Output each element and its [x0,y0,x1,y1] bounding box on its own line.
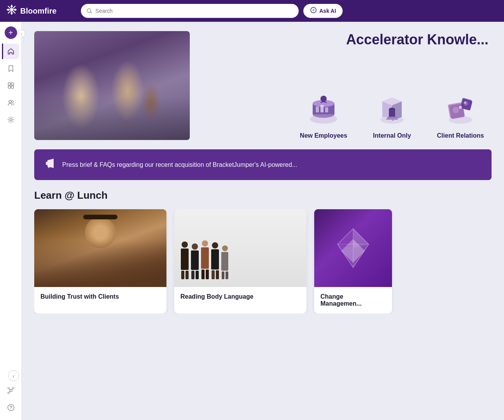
sidebar-item-people[interactable] [3,95,19,110]
card-thumb-2 [174,209,306,287]
search-icon [86,8,92,14]
logo-icon [6,4,17,18]
client-relations-label: Client Relations [437,132,484,140]
announcement-text: Press brief & FAQs regarding our recent … [62,161,297,168]
sidebar-item-integrations[interactable] [3,383,19,398]
svg-rect-5 [11,86,14,88]
hero-section: Accelerator Knowle... [22,22,504,149]
hero-title: Accelerator Knowle... [202,31,492,48]
svg-rect-25 [386,118,398,120]
sidebar-item-home[interactable] [2,44,19,59]
search-input[interactable] [95,8,293,14]
announcement-icon [44,157,56,172]
category-card-client-relations[interactable]: Client Relations [429,86,492,140]
card-body-2: Reading Body Language [174,287,306,306]
announcement-banner[interactable]: Press brief & FAQs regarding our recent … [34,149,492,180]
category-card-internal-only[interactable]: Internal Only [361,86,423,140]
logo-text: Bloomfire [20,7,56,16]
search-bar[interactable] [81,4,299,18]
card-reading-body-language[interactable]: Reading Body Language [174,209,306,313]
card-body-1: Building Trust with Clients [34,287,166,306]
add-button[interactable]: + [5,26,17,39]
cards-row: Building Trust with Clients [34,209,492,313]
hero-image [34,31,190,140]
learn-at-lunch-section: Learn @ Lunch Building Trust with Client… [22,189,504,326]
svg-point-34 [464,102,466,104]
card-thumb-3 [314,209,392,287]
internal-only-icon [371,86,413,129]
ask-ai-button[interactable]: Ask AI [303,4,343,18]
internal-only-label: Internal Only [373,132,411,140]
logo[interactable]: Bloomfire [6,4,76,18]
svg-rect-4 [8,86,10,88]
category-cards: New Employees [202,86,492,140]
sidebar-item-library[interactable] [3,78,19,93]
top-navigation: Bloomfire Ask AI [0,0,504,22]
card-title-3: Change Managemen... [320,293,386,307]
svg-rect-3 [11,83,14,85]
hero-content: Accelerator Knowle... [202,31,492,140]
svg-point-22 [320,96,327,102]
svg-point-7 [11,101,13,103]
card-body-3: Change Managemen... [314,287,392,313]
new-employees-icon [302,86,345,129]
card-change-management[interactable]: Change Managemen... [314,209,392,313]
svg-rect-24 [387,117,397,118]
ask-ai-label: Ask AI [319,8,336,14]
ai-icon [310,7,317,15]
category-card-new-employees[interactable]: New Employees [292,86,355,140]
card-title-2: Reading Body Language [180,293,300,300]
main-content: Accelerator Knowle... [22,22,504,420]
svg-point-12 [8,392,9,394]
sidebar: + › [0,22,22,420]
section-title: Learn @ Lunch [34,189,492,201]
svg-point-33 [459,106,462,109]
sidebar-item-bookmarks[interactable] [3,61,19,76]
sidebar-expand-button[interactable]: › [18,30,25,37]
client-relations-icon [439,86,482,129]
svg-point-6 [9,100,11,103]
svg-point-10 [8,387,9,389]
svg-point-14 [10,409,11,410]
sidebar-item-help[interactable] [3,400,19,415]
svg-point-8 [10,119,12,121]
collapse-sidebar-button[interactable]: ‹ [8,370,19,381]
card-thumb-1 [34,209,166,287]
card-title-1: Building Trust with Clients [40,293,160,300]
svg-rect-19 [316,107,319,112]
svg-rect-21 [325,107,328,112]
svg-point-31 [453,107,459,113]
svg-rect-20 [320,105,324,112]
sidebar-item-settings[interactable] [3,112,19,128]
svg-rect-2 [8,83,10,85]
card-building-trust[interactable]: Building Trust with Clients [34,209,166,313]
new-employees-label: New Employees [300,132,347,140]
svg-point-11 [12,387,14,389]
